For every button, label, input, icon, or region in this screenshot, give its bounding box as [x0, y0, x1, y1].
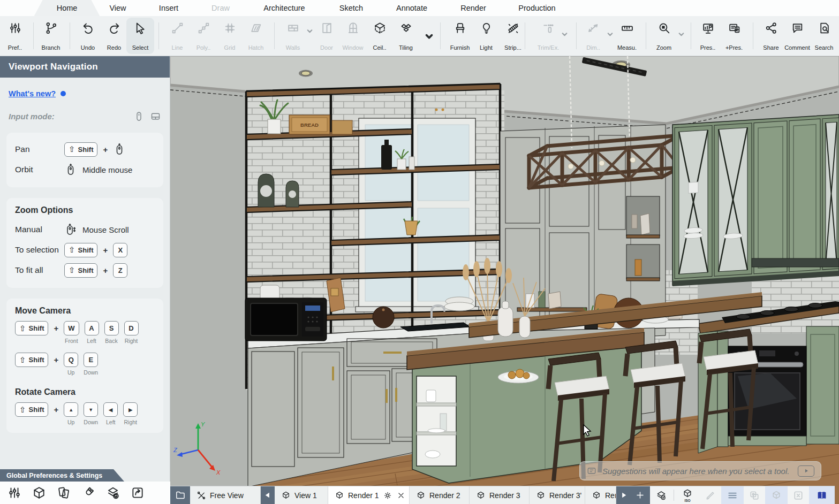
chair-icon: [453, 21, 467, 35]
menu-annotate[interactable]: Annotate: [389, 0, 435, 16]
export-share-icon[interactable]: [131, 486, 145, 500]
tool-select[interactable]: Select: [126, 18, 154, 54]
line-style-button[interactable]: [721, 486, 744, 504]
library-button[interactable]: [809, 486, 835, 504]
3d-viewport-canvas[interactable]: BREAD: [170, 56, 839, 504]
x-key-label: X: [118, 246, 123, 254]
scroll-tabs-right-button[interactable]: [616, 486, 630, 504]
tool-undo[interactable]: Undo: [74, 18, 102, 54]
tool-add-presentation[interactable]: +Pres.: [720, 18, 748, 54]
layer-visibility-button[interactable]: [650, 486, 672, 504]
tab-render-2[interactable]: Render 2: [410, 486, 470, 504]
right-arrow-key: ▶: [123, 402, 138, 417]
tool-label: Furnish: [450, 44, 470, 51]
tab-render-3-prime[interactable]: Render 3': [530, 486, 585, 504]
texture-layers-icon[interactable]: [106, 486, 120, 500]
tool-measure[interactable]: Measu.: [613, 18, 641, 54]
tool-preferences[interactable]: Pref..: [1, 18, 29, 54]
menu-architecture[interactable]: Architecture: [256, 0, 312, 16]
iso-view-button[interactable]: ISO: [675, 486, 700, 504]
tool-present[interactable]: Pres..: [694, 18, 722, 54]
door-icon: [320, 21, 334, 35]
cube-icon: [335, 491, 344, 500]
grid-icon: [223, 21, 237, 35]
tool-door[interactable]: Door: [313, 18, 341, 54]
tool-walls[interactable]: Walls: [279, 18, 307, 54]
tool-grid[interactable]: Grid: [216, 18, 244, 54]
mouse-icon[interactable]: [133, 111, 145, 122]
menu-render[interactable]: Render: [453, 0, 494, 16]
tool-hatch[interactable]: Hatch: [242, 18, 270, 54]
shift-key-label: Shift: [29, 356, 44, 364]
tool-polyline[interactable]: Poly..: [190, 18, 217, 54]
tool-tiling[interactable]: Tiling: [392, 18, 420, 54]
zoom-options-title: Zoom Options: [15, 205, 155, 215]
menu-home[interactable]: Home: [34, 0, 100, 16]
paint-brush-icon: [705, 490, 716, 501]
views-bottom-bar: Free View View 1 Render 1 Render 2: [170, 486, 835, 504]
polyline-icon: [197, 21, 210, 35]
model-box-icon[interactable]: [32, 486, 46, 500]
preferences-sliders-icon[interactable]: [7, 486, 21, 500]
plus-sign: +: [54, 324, 58, 333]
tool-window[interactable]: Window: [339, 18, 367, 54]
more-insert-tools-chevron-icon[interactable]: [425, 32, 434, 41]
tool-furnish[interactable]: Furnish: [446, 18, 474, 54]
add-view-tab-button[interactable]: [630, 486, 650, 504]
tool-label: Tiling: [399, 44, 413, 51]
global-preferences-tab[interactable]: Global Preferences & Settings: [0, 469, 124, 482]
tool-striplight[interactable]: Strip...: [499, 18, 527, 54]
left-arrow-key: ◀: [103, 402, 118, 417]
trackpad-icon[interactable]: [150, 111, 161, 122]
menu-production[interactable]: Production: [511, 0, 563, 16]
tab-settings-gear-icon[interactable]: [383, 491, 392, 500]
down-caption: Down: [84, 369, 98, 376]
menu-sketch[interactable]: Sketch: [332, 0, 371, 16]
tool-light[interactable]: Light: [472, 18, 500, 54]
tab-render-3[interactable]: Render 3: [470, 486, 530, 504]
tool-comment[interactable]: Comment: [783, 18, 811, 54]
tool-trim-extrude[interactable]: Trim/Ex.: [534, 18, 562, 54]
tab-label: View 1: [294, 491, 317, 500]
scroll-tabs-left-button[interactable]: [261, 486, 275, 504]
tab-render-1[interactable]: Render 1: [328, 486, 410, 504]
hatch-icon: [250, 21, 263, 35]
tool-redo[interactable]: Redo: [100, 18, 128, 54]
trim-dropdown-chevron-icon[interactable]: [561, 31, 568, 38]
tool-ceiling[interactable]: Ceil..: [366, 18, 394, 54]
tool-share[interactable]: Share: [757, 18, 785, 54]
tool-label: Ceil..: [373, 44, 386, 51]
whats-new-link[interactable]: What's new?: [9, 89, 56, 98]
zoom-options-card: Zoom Options Manual Mouse Scroll To sele…: [6, 198, 163, 288]
cube-icon: [592, 491, 601, 500]
textured-view-button[interactable]: [765, 486, 788, 504]
to-selection-label: To selection: [15, 245, 64, 255]
view-browser-button[interactable]: [170, 486, 190, 504]
menu-insert[interactable]: Insert: [152, 0, 186, 16]
tab-view-1[interactable]: View 1: [275, 486, 328, 504]
tool-line[interactable]: Line: [163, 18, 191, 54]
play-tutorial-button[interactable]: [798, 465, 814, 477]
viewport-area: BREAD: [170, 56, 839, 504]
paint-override-button[interactable]: [700, 486, 721, 504]
whats-new-row: What's new?: [9, 89, 170, 98]
tab-render-truncated[interactable]: Rer: [585, 486, 616, 504]
menu-draw[interactable]: Draw: [204, 0, 237, 16]
manual-zoom-row: Manual Mouse Scroll: [15, 219, 155, 240]
tab-close-icon[interactable]: [396, 491, 406, 500]
suggestions-text: Suggestions will appear here when you se…: [602, 467, 792, 476]
snap-magnet-icon[interactable]: [81, 486, 95, 500]
tool-search[interactable]: Search: [810, 18, 838, 54]
tool-branch[interactable]: Branch: [37, 18, 65, 54]
material-swatches-icon[interactable]: [57, 486, 71, 500]
tool-dimension[interactable]: Dim..: [579, 18, 607, 54]
tool-label: +Pres.: [725, 44, 743, 51]
frames-overlay-button[interactable]: [744, 486, 765, 504]
menu-view[interactable]: View: [102, 0, 133, 16]
tab-free-view[interactable]: Free View: [190, 486, 261, 504]
expand-view-button[interactable]: [788, 486, 809, 504]
add-presentation-icon: [728, 21, 741, 35]
to-fit-all-label: To fit all: [15, 265, 64, 275]
zoom-dropdown-chevron-icon[interactable]: [678, 31, 685, 38]
tool-zoom[interactable]: Zoom: [650, 18, 678, 54]
